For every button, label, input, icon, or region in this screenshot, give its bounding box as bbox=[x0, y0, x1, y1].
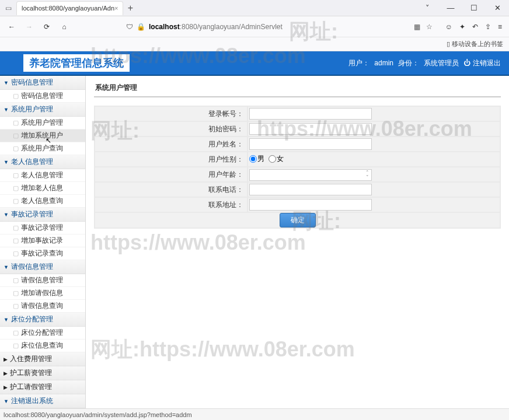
sidebar-item[interactable]: ▢增加老人信息 bbox=[0, 182, 85, 195]
menu-group-title: 护工请假管理 bbox=[10, 382, 52, 392]
gender-female-option[interactable]: 女 bbox=[269, 154, 284, 164]
menu-group-header[interactable]: ▶护工薪资管理 bbox=[0, 366, 85, 380]
password-input[interactable] bbox=[249, 123, 372, 135]
close-icon[interactable]: × bbox=[114, 5, 118, 12]
home-icon[interactable]: ⌂ bbox=[57, 20, 71, 34]
qr-icon[interactable]: ▦ bbox=[414, 23, 420, 31]
menu-group-header[interactable]: ▼注销退出系统 bbox=[0, 394, 85, 408]
user-value: admin bbox=[374, 59, 393, 67]
sidebar-item-label: 老人信息查询 bbox=[21, 196, 63, 206]
sidebar-item-label: 增加事故记录 bbox=[21, 236, 63, 246]
file-icon: ▢ bbox=[13, 342, 19, 349]
chevron-right-icon: ▶ bbox=[4, 370, 8, 376]
sidebar-item[interactable]: ▢床位分配管理 bbox=[0, 327, 85, 340]
file-icon: ▢ bbox=[13, 250, 19, 257]
menu-icon[interactable]: ≡ bbox=[498, 23, 502, 31]
sidebar-item[interactable]: ▢老人信息管理 bbox=[0, 169, 85, 182]
label-age: 用户年龄： bbox=[95, 167, 247, 181]
login-input[interactable] bbox=[249, 108, 372, 120]
menu-group-header[interactable]: ▶护工请假管理 bbox=[0, 380, 85, 394]
file-icon: ▢ bbox=[13, 237, 19, 244]
sidebar-item-label: 请假信息管理 bbox=[21, 275, 63, 285]
file-icon: ▢ bbox=[13, 132, 19, 139]
reload-icon[interactable]: ⟳ bbox=[40, 20, 54, 34]
browser-tab[interactable]: localhost:8080/yanglaoyuan/Adn × bbox=[16, 1, 123, 15]
file-icon: ▢ bbox=[13, 197, 19, 205]
status-text: localhost:8080/yanglaoyuan/admin/system/… bbox=[4, 411, 192, 418]
status-bar: localhost:8080/yanglaoyuan/admin/system/… bbox=[0, 408, 509, 420]
sidebar-item[interactable]: ▢增加事故记录 bbox=[0, 235, 85, 247]
sidebar-item[interactable]: ▢增加系统用户↖ bbox=[0, 130, 85, 142]
menu-group-title: 床位分配管理 bbox=[11, 314, 53, 324]
gender-male-option[interactable]: 男 bbox=[249, 154, 264, 164]
sidebar-item-label: 增加老人信息 bbox=[21, 183, 63, 193]
menu-group-header[interactable]: ▼系统用户管理 bbox=[0, 103, 85, 117]
minimize-icon[interactable]: — bbox=[439, 0, 462, 16]
app-logo: 养老院管理信息系统 bbox=[23, 54, 130, 72]
sidebar-item[interactable]: ▢事故记录管理 bbox=[0, 222, 85, 235]
chevron-down-icon: ▼ bbox=[4, 317, 9, 323]
chevron-down-icon: ▼ bbox=[4, 398, 9, 404]
menu-group-header[interactable]: ▼密码信息管理 bbox=[0, 76, 85, 90]
address-input[interactable] bbox=[249, 199, 372, 211]
gender-male-radio[interactable] bbox=[249, 155, 257, 163]
sidebar-item[interactable]: ▢系统用户管理 bbox=[0, 117, 85, 130]
label-gender: 用户性别： bbox=[95, 152, 247, 166]
file-icon: ▢ bbox=[13, 119, 19, 127]
gender-female-radio[interactable] bbox=[269, 155, 276, 163]
logout-button[interactable]: ⏻ 注销退出 bbox=[463, 58, 501, 68]
page-title: 系统用户管理 bbox=[94, 82, 501, 97]
file-icon: ▢ bbox=[13, 276, 19, 284]
extension-icon[interactable]: ✦ bbox=[459, 23, 465, 31]
close-window-icon[interactable]: ✕ bbox=[486, 0, 509, 16]
sidebar-item-label: 增加系统用户 bbox=[21, 131, 63, 141]
url-bar[interactable]: 🛡 🔒 localhost:8080/yanglaoyuan/AdminServ… bbox=[121, 19, 332, 35]
sidebar-item-label: 事故记录管理 bbox=[21, 223, 63, 233]
download-icon[interactable]: ⇪ bbox=[485, 23, 491, 31]
account-icon[interactable]: ☺ bbox=[445, 23, 452, 31]
undo-icon[interactable]: ↶ bbox=[472, 23, 478, 31]
file-icon: ▢ bbox=[13, 184, 19, 192]
sidebar-item-label: 床位分配管理 bbox=[21, 328, 63, 338]
menu-group-header[interactable]: ▼老人信息管理 bbox=[0, 155, 85, 169]
content-area: 系统用户管理 登录帐号： 初始密码： 用户姓名： 用户性别： 男 女 bbox=[86, 76, 509, 408]
phone-input[interactable] bbox=[249, 184, 372, 195]
age-stepper[interactable]: ˄˅ bbox=[249, 169, 372, 181]
chevron-down-icon[interactable]: ˅ bbox=[416, 0, 439, 16]
sidebar-item[interactable]: ▢事故记录查询 bbox=[0, 247, 85, 260]
forward-icon[interactable]: → bbox=[22, 20, 36, 34]
sidebar-item[interactable]: ▢系统用户查询 bbox=[0, 142, 85, 155]
file-icon: ▢ bbox=[13, 172, 19, 179]
tab-title: localhost:8080/yanglaoyuan/Adn bbox=[22, 5, 114, 12]
browser-toolbar: ← → ⟳ ⌂ 🛡 🔒 localhost:8080/yanglaoyuan/A… bbox=[0, 16, 509, 37]
power-icon: ⏻ bbox=[463, 59, 470, 67]
name-input[interactable] bbox=[249, 138, 372, 150]
sidebar-item[interactable]: ▢床位信息查询 bbox=[0, 340, 85, 352]
menu-group-title: 请假信息管理 bbox=[11, 262, 53, 272]
app-header: 养老院管理信息系统 用户： admin 身份： 系统管理员 ⏻ 注销退出 bbox=[0, 51, 509, 75]
back-icon[interactable]: ← bbox=[5, 20, 19, 34]
bookmark-mobile[interactable]: ▯ 移动设备上的书签 bbox=[447, 40, 503, 48]
menu-group-header[interactable]: ▼请假信息管理 bbox=[0, 260, 85, 274]
sidebar-item[interactable]: ▢请假信息查询 bbox=[0, 300, 85, 313]
submit-button[interactable]: 确定 bbox=[280, 213, 316, 228]
sidebar-item-label: 系统用户管理 bbox=[21, 118, 63, 128]
menu-group-header[interactable]: ▶入住费用管理 bbox=[0, 352, 85, 366]
sidebar-item[interactable]: ▢老人信息查询 bbox=[0, 195, 85, 208]
menu-group-header[interactable]: ▼事故记录管理 bbox=[0, 208, 85, 222]
menu-group-title: 密码信息管理 bbox=[11, 78, 53, 88]
stepper-arrows-icon[interactable]: ˄˅ bbox=[366, 170, 369, 180]
sidebar-item[interactable]: ▢密码信息管理 bbox=[0, 90, 85, 103]
sidebar: ▼密码信息管理▢密码信息管理▼系统用户管理▢系统用户管理▢增加系统用户↖▢系统用… bbox=[0, 76, 86, 408]
menu-group-header[interactable]: ▼床位分配管理 bbox=[0, 313, 85, 327]
sidebar-item[interactable]: ▢增加请假信息 bbox=[0, 287, 85, 300]
user-label: 用户： bbox=[348, 58, 369, 68]
new-tab-button[interactable]: + bbox=[123, 3, 137, 13]
sidebar-item-label: 增加请假信息 bbox=[21, 288, 63, 298]
label-login: 登录帐号： bbox=[95, 107, 247, 121]
maximize-icon[interactable]: ☐ bbox=[462, 0, 486, 16]
star-icon[interactable]: ☆ bbox=[426, 23, 433, 31]
sidebar-item[interactable]: ▢请假信息管理 bbox=[0, 274, 85, 287]
sidebar-item-label: 事故记录查询 bbox=[21, 249, 63, 258]
recent-tabs-icon[interactable]: ▭ bbox=[0, 4, 16, 12]
